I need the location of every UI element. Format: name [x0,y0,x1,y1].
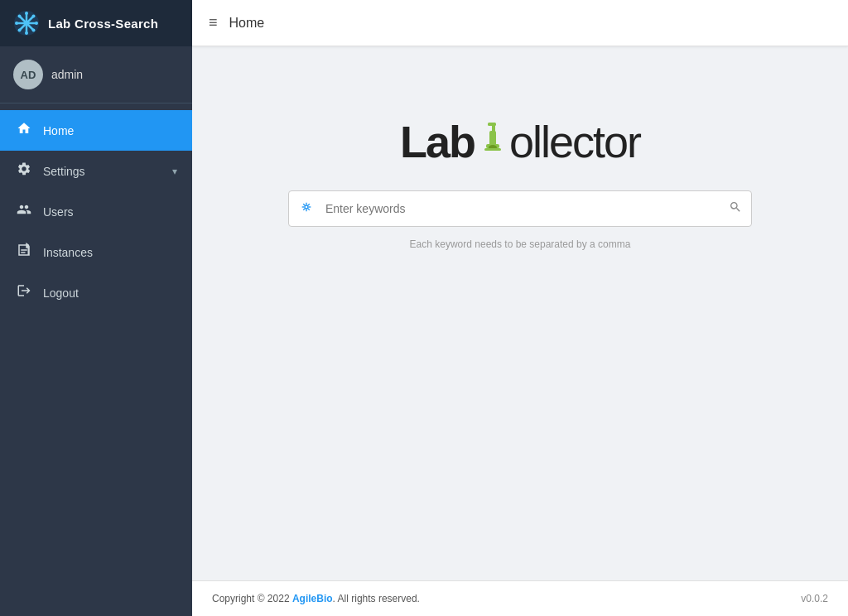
logo-c-with-microscope [475,113,514,164]
svg-point-5 [25,12,28,15]
svg-line-25 [308,209,310,210]
instances-icon [15,243,33,262]
sidebar-item-home[interactable]: Home [0,110,192,151]
footer-copyright-text: Copyright © 2022 [212,593,292,604]
svg-rect-18 [484,148,501,151]
sidebar-item-settings[interactable]: Settings ▾ [0,151,192,191]
settings-icon [15,161,33,180]
magnifier-icon[interactable] [729,200,742,217]
svg-point-9 [18,15,22,18]
topbar: ≡ Home [192,0,848,46]
footer-brand: AgileBio [292,593,333,604]
svg-point-7 [15,22,18,25]
svg-point-10 [32,29,36,32]
content-area: Lab [192,46,848,580]
svg-point-6 [25,31,28,35]
users-icon [15,202,33,221]
sidebar-item-users[interactable]: Users [0,191,192,232]
main-content: ≡ Home Lab [192,0,848,616]
svg-point-12 [18,29,22,32]
labcollector-logo: Lab [400,113,640,167]
sidebar-home-label: Home [43,124,177,137]
search-container [288,190,752,227]
svg-line-27 [303,209,305,210]
sidebar-instances-label: Instances [43,246,177,259]
app-logo-icon [13,10,40,36]
sidebar-header: Lab Cross-Search [0,0,192,46]
search-prefix-icon [300,200,313,217]
footer-copyright: Copyright © 2022 AgileBio. All rights re… [212,593,420,604]
search-input[interactable] [288,190,752,227]
logo-c-container [475,113,514,167]
svg-rect-16 [488,123,496,126]
sidebar-logout-label: Logout [43,286,177,300]
logo-text: Lab [400,113,640,167]
sidebar-nav: Home Settings ▾ Users Instances [0,103,192,616]
logo-lab-part: Lab [400,116,475,167]
home-icon [15,121,33,140]
svg-point-8 [35,22,38,25]
footer-version: v0.0.2 [801,593,828,604]
footer-rights: . All rights reserved. [333,593,420,604]
app-title: Lab Cross-Search [48,17,158,31]
svg-line-26 [308,204,310,205]
sidebar-item-logout[interactable]: Logout [0,272,192,313]
menu-toggle-icon[interactable]: ≡ [209,14,218,31]
logo-collector-part: ollector [509,116,640,167]
search-hint: Each keyword needs to be separated by a … [410,238,631,250]
sidebar: Lab Cross-Search AD admin Home Settings … [0,0,192,616]
svg-point-11 [32,15,36,18]
logout-icon [15,283,33,302]
svg-rect-13 [489,131,496,146]
footer: Copyright © 2022 AgileBio. All rights re… [192,580,848,616]
topbar-title: Home [229,16,265,31]
sidebar-item-instances[interactable]: Instances [0,232,192,272]
sidebar-users-label: Users [43,205,177,219]
svg-line-24 [303,204,305,205]
svg-point-19 [305,205,308,209]
username: admin [51,68,83,81]
chevron-down-icon: ▾ [172,166,177,177]
avatar: AD [13,60,43,89]
sidebar-settings-label: Settings [43,165,162,178]
user-section: AD admin [0,46,192,103]
